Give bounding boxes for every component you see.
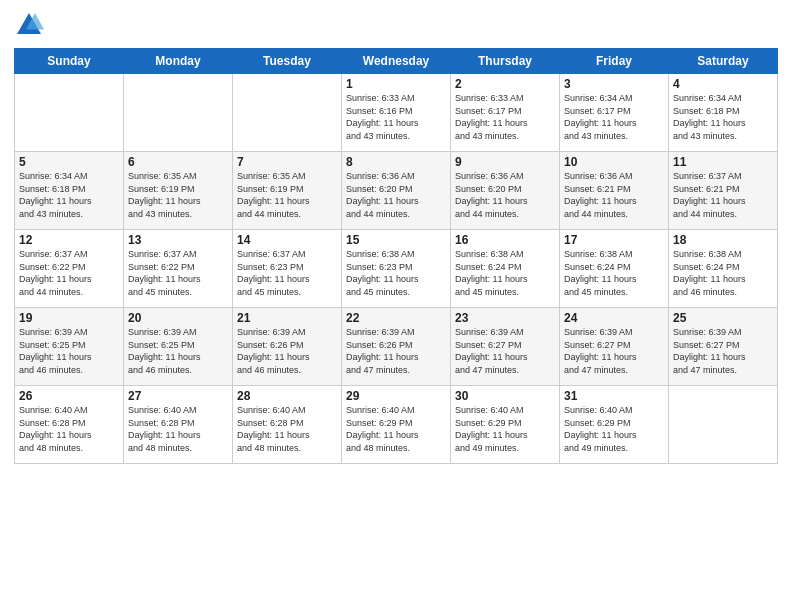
day-info: Sunrise: 6:36 AM Sunset: 6:20 PM Dayligh… <box>455 170 555 220</box>
calendar-cell: 16Sunrise: 6:38 AM Sunset: 6:24 PM Dayli… <box>451 230 560 308</box>
weekday-header-row: SundayMondayTuesdayWednesdayThursdayFrid… <box>15 49 778 74</box>
day-info: Sunrise: 6:37 AM Sunset: 6:21 PM Dayligh… <box>673 170 773 220</box>
calendar-cell: 17Sunrise: 6:38 AM Sunset: 6:24 PM Dayli… <box>560 230 669 308</box>
day-number: 29 <box>346 389 446 403</box>
day-info: Sunrise: 6:33 AM Sunset: 6:17 PM Dayligh… <box>455 92 555 142</box>
calendar-week-2: 5Sunrise: 6:34 AM Sunset: 6:18 PM Daylig… <box>15 152 778 230</box>
day-number: 13 <box>128 233 228 247</box>
day-info: Sunrise: 6:33 AM Sunset: 6:16 PM Dayligh… <box>346 92 446 142</box>
day-number: 27 <box>128 389 228 403</box>
day-number: 10 <box>564 155 664 169</box>
day-info: Sunrise: 6:38 AM Sunset: 6:23 PM Dayligh… <box>346 248 446 298</box>
day-number: 9 <box>455 155 555 169</box>
day-number: 25 <box>673 311 773 325</box>
day-number: 24 <box>564 311 664 325</box>
calendar-cell: 4Sunrise: 6:34 AM Sunset: 6:18 PM Daylig… <box>669 74 778 152</box>
calendar-cell: 8Sunrise: 6:36 AM Sunset: 6:20 PM Daylig… <box>342 152 451 230</box>
day-number: 23 <box>455 311 555 325</box>
day-number: 5 <box>19 155 119 169</box>
calendar-cell <box>124 74 233 152</box>
day-info: Sunrise: 6:35 AM Sunset: 6:19 PM Dayligh… <box>128 170 228 220</box>
day-info: Sunrise: 6:39 AM Sunset: 6:26 PM Dayligh… <box>346 326 446 376</box>
day-info: Sunrise: 6:39 AM Sunset: 6:27 PM Dayligh… <box>673 326 773 376</box>
calendar-week-1: 1Sunrise: 6:33 AM Sunset: 6:16 PM Daylig… <box>15 74 778 152</box>
calendar-cell: 31Sunrise: 6:40 AM Sunset: 6:29 PM Dayli… <box>560 386 669 464</box>
day-number: 19 <box>19 311 119 325</box>
day-number: 22 <box>346 311 446 325</box>
day-info: Sunrise: 6:37 AM Sunset: 6:22 PM Dayligh… <box>19 248 119 298</box>
calendar-cell: 18Sunrise: 6:38 AM Sunset: 6:24 PM Dayli… <box>669 230 778 308</box>
calendar-cell: 25Sunrise: 6:39 AM Sunset: 6:27 PM Dayli… <box>669 308 778 386</box>
calendar-week-3: 12Sunrise: 6:37 AM Sunset: 6:22 PM Dayli… <box>15 230 778 308</box>
day-number: 31 <box>564 389 664 403</box>
calendar-cell: 20Sunrise: 6:39 AM Sunset: 6:25 PM Dayli… <box>124 308 233 386</box>
day-number: 6 <box>128 155 228 169</box>
day-info: Sunrise: 6:40 AM Sunset: 6:28 PM Dayligh… <box>237 404 337 454</box>
day-info: Sunrise: 6:37 AM Sunset: 6:22 PM Dayligh… <box>128 248 228 298</box>
day-number: 15 <box>346 233 446 247</box>
page: SundayMondayTuesdayWednesdayThursdayFrid… <box>0 0 792 612</box>
calendar-cell: 13Sunrise: 6:37 AM Sunset: 6:22 PM Dayli… <box>124 230 233 308</box>
logo-icon <box>14 10 44 40</box>
day-number: 8 <box>346 155 446 169</box>
weekday-header-saturday: Saturday <box>669 49 778 74</box>
calendar-cell: 22Sunrise: 6:39 AM Sunset: 6:26 PM Dayli… <box>342 308 451 386</box>
calendar-cell: 5Sunrise: 6:34 AM Sunset: 6:18 PM Daylig… <box>15 152 124 230</box>
calendar-cell: 30Sunrise: 6:40 AM Sunset: 6:29 PM Dayli… <box>451 386 560 464</box>
weekday-header-monday: Monday <box>124 49 233 74</box>
weekday-header-wednesday: Wednesday <box>342 49 451 74</box>
calendar-cell: 26Sunrise: 6:40 AM Sunset: 6:28 PM Dayli… <box>15 386 124 464</box>
calendar-cell: 6Sunrise: 6:35 AM Sunset: 6:19 PM Daylig… <box>124 152 233 230</box>
calendar-cell <box>233 74 342 152</box>
day-info: Sunrise: 6:39 AM Sunset: 6:26 PM Dayligh… <box>237 326 337 376</box>
day-info: Sunrise: 6:34 AM Sunset: 6:18 PM Dayligh… <box>673 92 773 142</box>
calendar-cell: 11Sunrise: 6:37 AM Sunset: 6:21 PM Dayli… <box>669 152 778 230</box>
calendar-cell <box>669 386 778 464</box>
calendar-cell: 24Sunrise: 6:39 AM Sunset: 6:27 PM Dayli… <box>560 308 669 386</box>
day-info: Sunrise: 6:39 AM Sunset: 6:27 PM Dayligh… <box>455 326 555 376</box>
day-number: 12 <box>19 233 119 247</box>
day-number: 26 <box>19 389 119 403</box>
weekday-header-friday: Friday <box>560 49 669 74</box>
day-info: Sunrise: 6:37 AM Sunset: 6:23 PM Dayligh… <box>237 248 337 298</box>
day-number: 18 <box>673 233 773 247</box>
calendar-cell: 3Sunrise: 6:34 AM Sunset: 6:17 PM Daylig… <box>560 74 669 152</box>
day-info: Sunrise: 6:39 AM Sunset: 6:25 PM Dayligh… <box>19 326 119 376</box>
day-info: Sunrise: 6:34 AM Sunset: 6:18 PM Dayligh… <box>19 170 119 220</box>
header <box>14 10 778 40</box>
day-number: 11 <box>673 155 773 169</box>
calendar-cell: 10Sunrise: 6:36 AM Sunset: 6:21 PM Dayli… <box>560 152 669 230</box>
day-info: Sunrise: 6:40 AM Sunset: 6:28 PM Dayligh… <box>128 404 228 454</box>
day-number: 4 <box>673 77 773 91</box>
calendar-cell: 27Sunrise: 6:40 AM Sunset: 6:28 PM Dayli… <box>124 386 233 464</box>
day-info: Sunrise: 6:40 AM Sunset: 6:29 PM Dayligh… <box>346 404 446 454</box>
day-number: 21 <box>237 311 337 325</box>
day-info: Sunrise: 6:40 AM Sunset: 6:29 PM Dayligh… <box>564 404 664 454</box>
day-number: 17 <box>564 233 664 247</box>
calendar-cell: 15Sunrise: 6:38 AM Sunset: 6:23 PM Dayli… <box>342 230 451 308</box>
weekday-header-sunday: Sunday <box>15 49 124 74</box>
day-info: Sunrise: 6:39 AM Sunset: 6:27 PM Dayligh… <box>564 326 664 376</box>
day-number: 16 <box>455 233 555 247</box>
weekday-header-tuesday: Tuesday <box>233 49 342 74</box>
day-info: Sunrise: 6:38 AM Sunset: 6:24 PM Dayligh… <box>455 248 555 298</box>
calendar-cell: 1Sunrise: 6:33 AM Sunset: 6:16 PM Daylig… <box>342 74 451 152</box>
calendar-cell: 19Sunrise: 6:39 AM Sunset: 6:25 PM Dayli… <box>15 308 124 386</box>
calendar-table: SundayMondayTuesdayWednesdayThursdayFrid… <box>14 48 778 464</box>
calendar-cell: 23Sunrise: 6:39 AM Sunset: 6:27 PM Dayli… <box>451 308 560 386</box>
calendar-cell: 21Sunrise: 6:39 AM Sunset: 6:26 PM Dayli… <box>233 308 342 386</box>
day-number: 7 <box>237 155 337 169</box>
day-number: 1 <box>346 77 446 91</box>
calendar-cell: 9Sunrise: 6:36 AM Sunset: 6:20 PM Daylig… <box>451 152 560 230</box>
weekday-header-thursday: Thursday <box>451 49 560 74</box>
day-info: Sunrise: 6:38 AM Sunset: 6:24 PM Dayligh… <box>673 248 773 298</box>
calendar-cell: 12Sunrise: 6:37 AM Sunset: 6:22 PM Dayli… <box>15 230 124 308</box>
calendar-cell: 29Sunrise: 6:40 AM Sunset: 6:29 PM Dayli… <box>342 386 451 464</box>
calendar-cell <box>15 74 124 152</box>
day-info: Sunrise: 6:39 AM Sunset: 6:25 PM Dayligh… <box>128 326 228 376</box>
day-info: Sunrise: 6:38 AM Sunset: 6:24 PM Dayligh… <box>564 248 664 298</box>
day-info: Sunrise: 6:40 AM Sunset: 6:28 PM Dayligh… <box>19 404 119 454</box>
day-number: 20 <box>128 311 228 325</box>
calendar-week-4: 19Sunrise: 6:39 AM Sunset: 6:25 PM Dayli… <box>15 308 778 386</box>
calendar-cell: 2Sunrise: 6:33 AM Sunset: 6:17 PM Daylig… <box>451 74 560 152</box>
